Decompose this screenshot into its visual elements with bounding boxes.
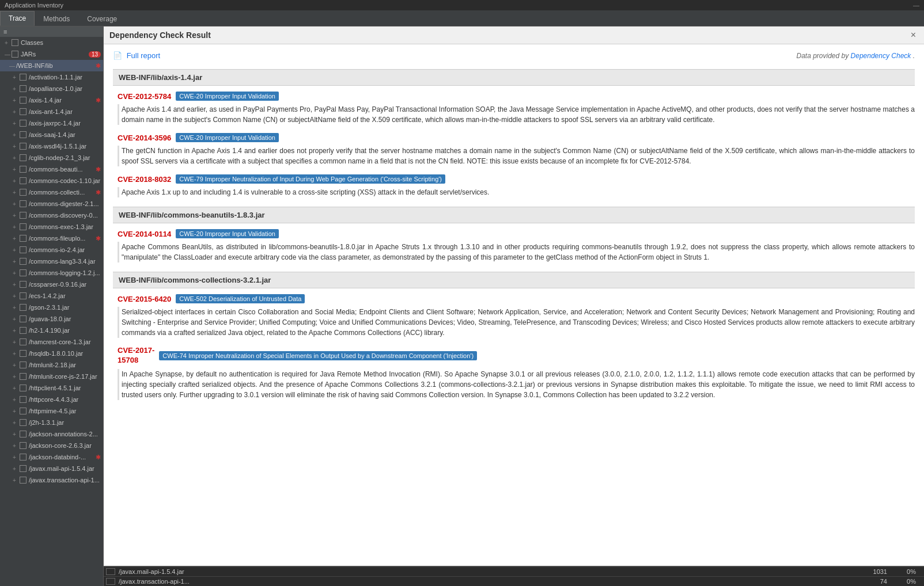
sidebar-item-j2h[interactable]: + /j2h-1.3.1.jar <box>0 417 103 428</box>
sidebar-item-httpmime[interactable]: + /httpmime-4.5.jar <box>0 405 103 417</box>
checkbox[interactable] <box>20 235 26 242</box>
sidebar-item-hamcrest[interactable]: + /hamcrest-core-1.3.jar <box>0 336 103 348</box>
sidebar-item-guava[interactable]: + /guava-18.0.jar <box>0 313 103 325</box>
checkbox[interactable] <box>20 396 26 403</box>
tab-coverage[interactable]: Coverage <box>78 12 126 26</box>
cve-id-link[interactable]: CVE-2018-8032 <box>118 175 171 184</box>
sidebar-header: ≡ <box>0 26 103 37</box>
checkbox[interactable] <box>20 154 26 161</box>
checkbox[interactable] <box>20 120 26 127</box>
cve-id-link[interactable]: CVE-2014-3596 <box>118 134 171 142</box>
checkbox[interactable] <box>20 385 26 391</box>
sidebar-item-cglib[interactable]: + /cglib-nodep-2.1_3.jar <box>0 152 103 163</box>
panel-close-button[interactable]: × <box>908 30 918 40</box>
checkbox[interactable] <box>20 189 26 196</box>
checkbox[interactable] <box>20 442 26 449</box>
table-row-javax-mail[interactable]: /javax.mail-api-1.5.4.jar 1031 0% <box>104 566 924 576</box>
checkbox[interactable] <box>20 477 26 484</box>
sidebar-item-axis[interactable]: + /axis-1.4.jar ✱ <box>0 94 103 106</box>
sidebar-item-javax-mail[interactable]: + /javax.mail-api-1.5.4.jar <box>0 463 103 474</box>
sidebar-item-jars[interactable]: — JARs 13 <box>0 48 103 60</box>
checkbox[interactable] <box>20 131 26 138</box>
item-label: /cssparser-0.9.16.jar <box>29 281 101 288</box>
tab-trace[interactable]: Trace <box>0 11 35 26</box>
checkbox[interactable] <box>20 281 26 288</box>
checkbox[interactable] <box>20 315 26 322</box>
checkbox[interactable] <box>20 304 26 311</box>
sidebar-item-commons-lang3[interactable]: + /commons-lang3-3.4.jar <box>0 256 103 267</box>
sidebar-item-htmlunit-core-js[interactable]: + /htmlunit-core-js-2.17.jar <box>0 371 103 382</box>
checkbox[interactable] <box>20 200 26 207</box>
sidebar-item-classes[interactable]: + Classes <box>0 37 103 48</box>
cve-id-link[interactable]: CVE-2012-5784 <box>118 92 171 101</box>
checkbox[interactable] <box>20 465 26 472</box>
checkbox[interactable] <box>20 108 26 115</box>
checkbox[interactable] <box>20 373 26 380</box>
sidebar-item-h2[interactable]: + /h2-1.4.190.jar <box>0 325 103 336</box>
sidebar-item-activation[interactable]: + /activation-1.1.1.jar <box>0 71 103 83</box>
expand-icon: + <box>13 189 18 196</box>
sidebar-item-commons-logging[interactable]: + /commons-logging-1.2.j... <box>0 267 103 279</box>
cve-id-link[interactable]: CVE-2015-6420 <box>118 295 171 303</box>
checkbox[interactable] <box>20 177 26 184</box>
sidebar-item-axis-saaj[interactable]: + /axis-saaj-1.4.jar <box>0 129 103 140</box>
sidebar-item-htmlunit[interactable]: + /htmlunit-2.18.jar <box>0 359 103 371</box>
cve-id-link[interactable]: CVE-2014-0114 <box>118 230 171 238</box>
sidebar-item-httpclient[interactable]: + /httpclient-4.5.1.jar <box>0 382 103 394</box>
checkbox[interactable] <box>106 568 115 575</box>
checkbox[interactable] <box>20 338 26 345</box>
jar-header-beanutils: WEB-INF/lib/commons-beanutils-1.8.3.jar <box>113 207 915 223</box>
sidebar-item-axis-jaxrpc[interactable]: + /axis-jaxrpc-1.4.jar <box>0 117 103 129</box>
sidebar-item-commons-beauti[interactable]: + /commons-beauti... ✱ <box>0 163 103 175</box>
expand-icon: + <box>13 420 18 426</box>
checkbox[interactable] <box>106 578 115 585</box>
table-row-javax-transaction[interactable]: /javax.transaction-api-1... 74 0% <box>104 576 924 586</box>
checkbox[interactable] <box>20 212 26 219</box>
sidebar-item-commons-collecti[interactable]: + /commons-collecti... ✱ <box>0 187 103 198</box>
sidebar-item-cssparser[interactable]: + /cssparser-0.9.16.jar <box>0 279 103 290</box>
item-label: /cglib-nodep-2.1_3.jar <box>29 154 101 161</box>
checkbox[interactable] <box>20 223 26 230</box>
checkbox-jars[interactable] <box>12 51 18 58</box>
sidebar-item-gson[interactable]: + /gson-2.3.1.jar <box>0 302 103 313</box>
sidebar-item-jackson-annotations[interactable]: + /jackson-annotations-2... <box>0 428 103 440</box>
sidebar-item-hsqldb[interactable]: + /hsqldb-1.8.0.10.jar <box>0 348 103 359</box>
checkbox[interactable] <box>20 269 26 276</box>
sidebar-item-commons-io[interactable]: + /commons-io-2.4.jar <box>0 244 103 256</box>
sidebar-item-commons-fileuplo[interactable]: + /commons-fileuplo... ✱ <box>0 233 103 244</box>
checkbox[interactable] <box>20 292 26 299</box>
sidebar-item-commons-exec[interactable]: + /commons-exec-1.3.jar <box>0 221 103 233</box>
tab-methods[interactable]: Methods <box>35 12 78 26</box>
sidebar-item-jackson-core[interactable]: + /jackson-core-2.6.3.jar <box>0 440 103 451</box>
expand-icon: + <box>13 132 18 138</box>
checkbox[interactable] <box>20 408 26 414</box>
sidebar-item-httpcore[interactable]: + /httpcore-4.4.3.jar <box>0 394 103 405</box>
checkbox[interactable] <box>20 431 26 437</box>
sidebar-item-commons-discovery[interactable]: + /commons-discovery-0... <box>0 210 103 221</box>
checkbox[interactable] <box>20 362 26 368</box>
sidebar-item-axis-ant[interactable]: + /axis-ant-1.4.jar <box>0 106 103 117</box>
sidebar-item-webinf[interactable]: — /WEB-INF/lib ✱ <box>0 60 103 71</box>
dependency-check-link[interactable]: Dependency Check <box>851 52 913 60</box>
checkbox[interactable] <box>20 454 26 461</box>
sidebar-item-commons-codec[interactable]: + /commons-codec-1.10.jar <box>0 175 103 187</box>
sidebar-item-commons-digester[interactable]: + /commons-digester-2.1... <box>0 198 103 210</box>
checkbox[interactable] <box>20 350 26 357</box>
checkbox[interactable] <box>20 74 26 81</box>
cve-id-link[interactable]: CVE-2017- 15708 <box>118 346 154 366</box>
checkbox[interactable] <box>20 419 26 426</box>
checkbox-classes[interactable] <box>12 39 18 46</box>
sidebar-item-axis-wsdl4j[interactable]: + /axis-wsdl4j-1.5.1.jar <box>0 140 103 152</box>
sidebar-item-ecs[interactable]: + /ecs-1.4.2.jar <box>0 290 103 302</box>
sidebar-item-aopalliance[interactable]: + /aopalliance-1.0.jar <box>0 83 103 94</box>
checkbox[interactable] <box>20 143 26 150</box>
checkbox[interactable] <box>20 97 26 104</box>
sidebar-item-jackson-databind[interactable]: + /jackson-databind-... ✱ <box>0 451 103 463</box>
checkbox[interactable] <box>20 258 26 265</box>
checkbox[interactable] <box>20 85 26 92</box>
sidebar-item-javax-transaction[interactable]: + /javax.transaction-api-1... <box>0 474 103 486</box>
checkbox[interactable] <box>20 246 26 253</box>
full-report-link[interactable]: 📄 Full report <box>113 51 160 60</box>
checkbox[interactable] <box>20 327 26 334</box>
checkbox[interactable] <box>20 166 26 173</box>
